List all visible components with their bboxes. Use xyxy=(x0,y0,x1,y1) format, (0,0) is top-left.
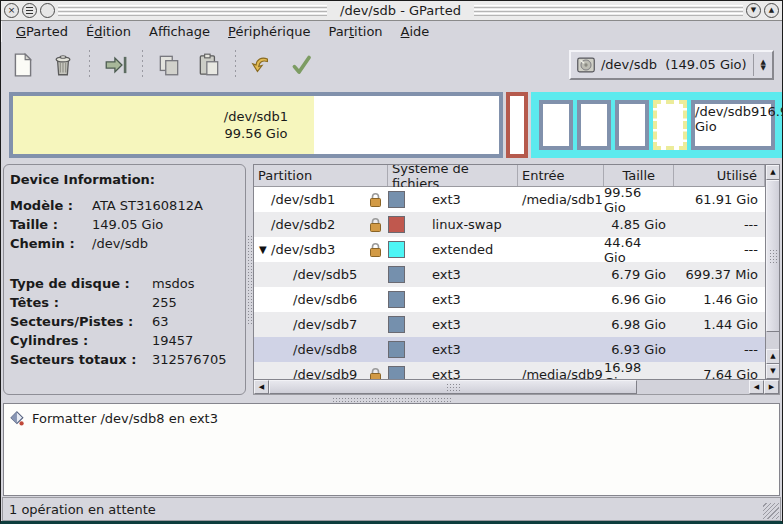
device-info-row: Type de disque :msdos xyxy=(10,274,239,293)
lock-icon xyxy=(369,192,382,208)
visual-sdb1-label: /dev/sdb199.56 Gio xyxy=(13,96,499,154)
new-partition-button[interactable] xyxy=(5,47,41,83)
device-info-row: Secteurs/Pistes :63 xyxy=(10,312,239,331)
maximize-icon[interactable] xyxy=(40,3,55,18)
scrollbar-trough[interactable] xyxy=(637,380,749,394)
fs-color-swatch xyxy=(388,316,405,333)
lock-icon xyxy=(369,217,382,233)
fs-color-swatch xyxy=(388,216,405,233)
visual-sdb9-label: /dev/sdb916.98 Gio xyxy=(695,104,771,134)
device-info-row: Têtes :255 xyxy=(10,293,239,312)
header-partition[interactable]: Partition xyxy=(254,165,388,186)
checkmark-icon xyxy=(289,52,315,78)
fs-color-swatch xyxy=(388,366,405,379)
apply-button[interactable] xyxy=(284,47,320,83)
horizontal-scrollbar[interactable]: ◀ ◀ ▶ xyxy=(253,380,780,395)
shade-down-icon[interactable]: ▼ xyxy=(746,3,761,18)
undo-button[interactable] xyxy=(244,47,280,83)
close-window-icon[interactable]: × xyxy=(4,3,19,18)
table-row-sdb2[interactable]: /dev/sdb2 linux-swap 4.85 Gio --- xyxy=(254,212,765,237)
menu-peripherique[interactable]: Périphérique xyxy=(220,22,318,41)
visual-partition-sdb8-pending[interactable] xyxy=(653,100,687,150)
paste-icon xyxy=(196,52,222,78)
menu-edition[interactable]: Édition xyxy=(78,22,139,41)
visual-partition-sdb7[interactable] xyxy=(615,100,649,150)
titlebar: × /dev/sdb - GParted ▼ ▲ xyxy=(1,1,782,21)
combo-divider xyxy=(753,54,754,76)
scrollbar-thumb[interactable] xyxy=(766,180,780,332)
scroll-left-icon-right[interactable]: ◀ xyxy=(749,380,764,394)
window-title: /dev/sdb - GParted xyxy=(330,3,471,18)
spinner-arrows-icon[interactable]: ▲▼ xyxy=(757,59,770,71)
thumb-grip-dots xyxy=(446,383,460,391)
partition-table-pane: Partition Système de fichiers Entrée Tai… xyxy=(253,164,780,395)
table-row-sdb9[interactable]: /dev/sdb9 ext3 /media/sdb9 16.98 Gio 7.6… xyxy=(254,362,765,379)
fs-color-swatch xyxy=(388,191,405,208)
lock-icon xyxy=(369,367,382,380)
device-info-row: Taille :149.05 Gio xyxy=(10,215,239,234)
scroll-down-icon[interactable]: ▼ xyxy=(766,364,780,379)
menu-aide[interactable]: Aide xyxy=(393,22,438,41)
visual-partition-sdb5[interactable] xyxy=(539,100,573,150)
table-row-sdb7[interactable]: /dev/sdb7 ext3 6.98 Gio 1.44 Gio xyxy=(254,312,765,337)
pane-divider-horizontal[interactable] xyxy=(1,396,782,403)
partition-table: Partition Système de fichiers Entrée Tai… xyxy=(254,165,765,379)
device-info-row: Chemin :/dev/sdb xyxy=(10,234,239,253)
delete-partition-button[interactable] xyxy=(45,47,81,83)
header-used[interactable]: Utilisé xyxy=(674,165,765,186)
device-selector[interactable]: /dev/sdb (149.05 Gio) ▲▼ xyxy=(569,50,774,80)
header-filesystem[interactable]: Système de fichiers xyxy=(388,165,518,186)
harddisk-icon xyxy=(575,54,597,76)
operation-item[interactable]: Formatter /dev/sdb8 en ext3 xyxy=(4,404,779,433)
partition-table-frame: Partition Système de fichiers Entrée Tai… xyxy=(253,164,780,380)
device-info-row: Secteurs totaux :312576705 xyxy=(10,350,239,369)
paste-button[interactable] xyxy=(191,47,227,83)
resize-move-button[interactable] xyxy=(98,47,134,83)
scrollbar-thumb[interactable] xyxy=(269,380,637,394)
table-row-sdb6[interactable]: /dev/sdb6 ext3 6.96 Gio 1.46 Gio xyxy=(254,287,765,312)
expander-icon[interactable]: ▼ xyxy=(259,244,267,255)
device-info-panel: Device Information: Modèle :ATA ST316081… xyxy=(3,164,246,395)
menu-affichage[interactable]: Affichage xyxy=(141,22,218,41)
scroll-left-icon[interactable]: ◀ xyxy=(254,380,269,394)
resize-grip[interactable] xyxy=(763,503,779,519)
gparted-window: × /dev/sdb - GParted ▼ ▲ GParted Édition… xyxy=(0,0,783,524)
shade-up-icon[interactable]: ▲ xyxy=(764,3,779,18)
scroll-right-icon[interactable]: ▶ xyxy=(764,380,779,394)
statusbar-text: 1 opération en attente xyxy=(9,502,156,517)
copy-icon xyxy=(156,52,182,78)
visual-partition-sdb6[interactable] xyxy=(577,100,611,150)
visual-partition-sdb1[interactable]: /dev/sdb199.56 Gio xyxy=(9,92,503,158)
fs-color-swatch xyxy=(388,341,405,358)
trash-icon xyxy=(50,52,76,78)
menu-partition[interactable]: Partition xyxy=(320,22,390,41)
main-panes: Device Information: Modèle :ATA ST316081… xyxy=(1,163,782,396)
table-row-sdb3[interactable]: ▼/dev/sdb3 extended 44.64 Gio --- xyxy=(254,237,765,262)
pane-divider-vertical[interactable] xyxy=(246,163,253,396)
statusbar: 1 opération en attente xyxy=(2,497,781,521)
copy-button[interactable] xyxy=(151,47,187,83)
table-row-sdb8-selected[interactable]: /dev/sdb8 ext3 6.93 Gio --- xyxy=(254,337,765,362)
menu-gparted[interactable]: GParted xyxy=(8,22,76,41)
toolbar-separator xyxy=(142,50,143,80)
visual-partition-sdb2-swap[interactable] xyxy=(506,92,528,158)
device-info-title: Device Information: xyxy=(10,172,239,187)
operation-label: Formatter /dev/sdb8 en ext3 xyxy=(32,411,218,426)
visual-partition-sdb9[interactable]: /dev/sdb916.98 Gio xyxy=(691,100,775,150)
table-row-sdb1[interactable]: /dev/sdb1 ext3 /media/sdb1 99.56 Gio 61.… xyxy=(254,187,765,212)
header-mountpoint[interactable]: Entrée xyxy=(518,165,604,186)
new-document-icon xyxy=(10,52,36,78)
menubar: GParted Édition Affichage Périphérique P… xyxy=(1,21,782,42)
arrow-to-bar-icon xyxy=(103,52,129,78)
header-size[interactable]: Taille xyxy=(604,165,674,186)
window-menu-icon[interactable] xyxy=(22,3,37,18)
titlebar-ridge xyxy=(474,5,743,17)
divider-grip-dots xyxy=(332,397,452,402)
vertical-scrollbar[interactable]: ▲ ▲ ▼ xyxy=(765,165,780,379)
table-row-sdb5[interactable]: /dev/sdb5 ext3 6.79 Gio 699.37 Mio xyxy=(254,262,765,287)
scroll-up-icon[interactable]: ▲ xyxy=(766,165,780,180)
scroll-up-icon-bottom[interactable]: ▲ xyxy=(766,349,780,364)
scrollbar-trough[interactable] xyxy=(766,332,780,349)
thumb-grip-dots xyxy=(769,249,777,263)
visual-partition-sdb3-extended[interactable]: /dev/sdb916.98 Gio xyxy=(531,92,783,158)
